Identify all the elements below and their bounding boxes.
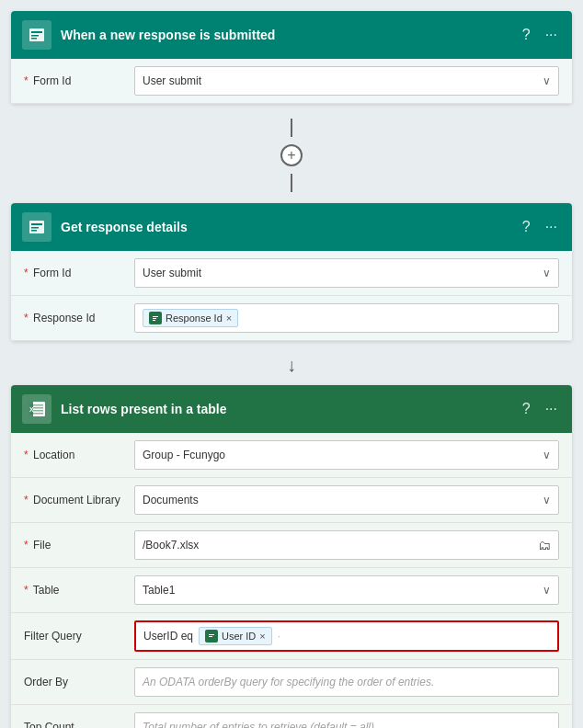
list-rows-location-label: * Location <box>24 449 125 461</box>
trigger-form-id-label: * Form Id <box>24 74 125 87</box>
list-rows-more-button[interactable]: ··· <box>542 399 561 419</box>
list-rows-location-value: Group - Fcunygo <box>143 449 225 461</box>
trigger-form-id-value: User submit <box>143 74 201 87</box>
user-id-tag-close[interactable]: × <box>259 631 265 642</box>
list-rows-file-row: * File /Book7.xlsx 🗂 <box>11 523 572 568</box>
card-get-response-header: Get response details ? ··· <box>11 203 572 251</box>
svg-rect-7 <box>31 230 37 232</box>
list-rows-filter-row: Filter Query UserID eq User ID × <box>11 613 572 660</box>
list-rows-orderby-placeholder: An ODATA orderBy query for specifying th… <box>143 676 434 688</box>
list-rows-topcount-label: Top Count <box>24 721 125 728</box>
svg-rect-11 <box>153 320 155 321</box>
list-rows-location-arrow: ∨ <box>543 449 551 461</box>
svg-rect-5 <box>31 223 42 225</box>
connector-arrow-block: ↓ <box>11 345 572 385</box>
get-response-help-button[interactable]: ? <box>519 217 534 237</box>
svg-rect-10 <box>153 318 156 319</box>
user-id-tag: User ID × <box>199 627 272 645</box>
list-rows-location-control[interactable]: Group - Fcunygo ∨ <box>134 440 559 470</box>
user-id-tag-icon <box>205 630 218 643</box>
get-response-more-button[interactable]: ··· <box>542 217 561 237</box>
connector-arrow-wrap: ↓ <box>287 348 296 381</box>
get-response-form-id-row: * Form Id User submit ∨ <box>11 251 572 296</box>
list-rows-file-label: * File <box>24 539 125 552</box>
connector-plus-block: + <box>11 108 572 203</box>
trigger-form-id-arrow: ∨ <box>543 74 551 87</box>
list-rows-doclibrary-row: * Document Library Documents ∨ <box>11 478 572 523</box>
trigger-more-button[interactable]: ··· <box>542 25 561 45</box>
list-rows-file-control[interactable]: /Book7.xlsx 🗂 <box>134 530 559 560</box>
list-rows-file-value: /Book7.xlsx <box>143 539 199 552</box>
list-rows-orderby-row: Order By An ODATA orderBy query for spec… <box>11 660 572 705</box>
list-rows-orderby-control[interactable]: An ODATA orderBy query for specifying th… <box>134 667 559 697</box>
connector-line-2 <box>291 174 292 192</box>
list-rows-header-actions: ? ··· <box>519 399 561 419</box>
response-id-tag-icon <box>149 312 162 324</box>
trigger-form-id-required: * <box>24 74 29 87</box>
connector-plus-circle-wrap: + <box>280 144 303 166</box>
get-response-form-id-label: * Form Id <box>24 267 125 279</box>
trigger-form-id-control[interactable]: User submit ∨ <box>134 66 559 96</box>
get-response-response-id-label: * Response Id <box>24 312 125 324</box>
connector-plus-top <box>291 111 292 144</box>
svg-rect-2 <box>31 35 39 37</box>
card-trigger-body: * Form Id User submit ∨ <box>11 59 572 104</box>
trigger-form-id-row: * Form Id User submit ∨ <box>11 59 572 104</box>
list-rows-doclibrary-arrow: ∨ <box>543 494 551 506</box>
card-get-response-body: * Form Id User submit ∨ * Response Id <box>11 251 572 341</box>
list-rows-filter-label: Filter Query <box>24 630 125 643</box>
trigger-header-actions: ? ··· <box>519 25 561 45</box>
get-response-response-id-required: * <box>24 312 29 324</box>
svg-rect-9 <box>153 316 158 317</box>
card-trigger: When a new response is submitted ? ··· *… <box>11 11 572 104</box>
connector-line-1 <box>291 119 292 137</box>
connector-plus-bottom <box>291 166 292 199</box>
card-list-rows-header: X List rows present in a table ? ··· <box>11 385 572 433</box>
svg-rect-17 <box>30 413 43 415</box>
list-rows-help-button[interactable]: ? <box>519 399 534 419</box>
trigger-help-button[interactable]: ? <box>519 25 534 45</box>
list-rows-filter-control[interactable]: UserID eq User ID × · <box>134 620 559 652</box>
get-response-header-actions: ? ··· <box>519 217 561 237</box>
list-rows-table-control[interactable]: Table1 ∨ <box>134 575 559 605</box>
filter-cursor: · <box>278 631 280 642</box>
list-rows-filter-content: UserID eq User ID × · <box>143 627 280 645</box>
response-id-tag-close[interactable]: × <box>226 313 232 324</box>
list-rows-topcount-control[interactable]: Total number of entries to retrieve (def… <box>134 712 559 728</box>
user-id-tag-text: User ID <box>222 631 256 642</box>
list-rows-table-arrow: ∨ <box>543 584 551 597</box>
card-get-response-title: Get response details <box>61 220 509 234</box>
list-rows-topcount-placeholder: Total number of entries to retrieve (def… <box>143 721 377 728</box>
get-response-form-id-arrow: ∨ <box>543 267 551 279</box>
list-rows-filter-text: UserID eq <box>143 630 193 643</box>
svg-rect-1 <box>31 31 42 33</box>
trigger-icon <box>22 20 51 50</box>
list-rows-doclibrary-value: Documents <box>143 494 199 506</box>
list-rows-table-row: * Table Table1 ∨ <box>11 568 572 613</box>
card-list-rows-title: List rows present in a table <box>61 402 509 416</box>
list-rows-doclibrary-control[interactable]: Documents ∨ <box>134 485 559 515</box>
get-response-response-id-control[interactable]: Response Id × <box>134 303 559 333</box>
list-rows-icon: X <box>22 394 51 424</box>
get-response-form-id-required: * <box>24 267 29 279</box>
svg-rect-21 <box>209 636 212 637</box>
svg-rect-20 <box>209 634 214 635</box>
get-response-icon <box>22 212 51 242</box>
card-list-rows: X List rows present in a table ? ··· * L… <box>11 385 572 728</box>
connector-plus-button[interactable]: + <box>280 144 303 166</box>
list-rows-location-row: * Location Group - Fcunygo ∨ <box>11 433 572 478</box>
svg-rect-6 <box>31 227 39 229</box>
card-trigger-header: When a new response is submitted ? ··· <box>11 11 572 59</box>
list-rows-orderby-label: Order By <box>24 676 125 688</box>
get-response-form-id-value: User submit <box>143 267 201 279</box>
get-response-response-id-row: * Response Id Response Id × <box>11 296 572 341</box>
svg-text:X: X <box>29 406 34 413</box>
svg-rect-3 <box>31 38 37 40</box>
response-id-tag: Response Id × <box>143 309 238 327</box>
card-list-rows-body: * Location Group - Fcunygo ∨ * Document … <box>11 433 572 728</box>
list-rows-doclibrary-label: * Document Library <box>24 494 125 506</box>
list-rows-table-value: Table1 <box>143 584 175 597</box>
file-picker-icon: 🗂 <box>538 538 551 552</box>
get-response-form-id-control[interactable]: User submit ∨ <box>134 258 559 288</box>
list-rows-topcount-row: Top Count Total number of entries to ret… <box>11 705 572 728</box>
